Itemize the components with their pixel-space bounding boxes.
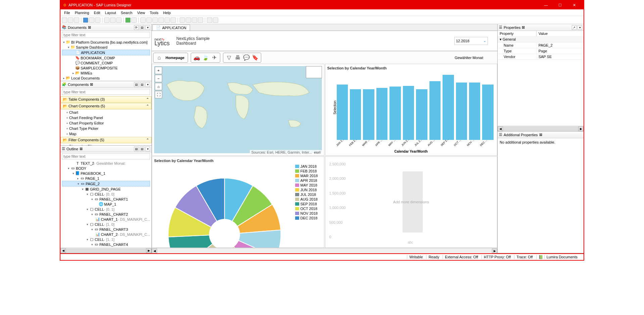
zoom-in-button[interactable]: + <box>155 67 162 74</box>
tree-item[interactable]: ▾▢CELL - [0, 1] <box>62 207 150 212</box>
legend-item[interactable]: SEP 2018 <box>295 202 322 206</box>
comment-icon[interactable]: 💬 <box>242 54 251 62</box>
bar[interactable] <box>469 83 480 140</box>
component-item[interactable]: ▫Chart Feeding Panel <box>60 115 151 120</box>
toolbar-button[interactable] <box>171 17 176 23</box>
toolbar-button[interactable] <box>186 17 191 23</box>
bar[interactable] <box>456 83 467 140</box>
bar[interactable] <box>429 81 441 140</box>
menu-tools[interactable]: Tools <box>147 10 161 15</box>
panel-action-icon[interactable]: ▾ <box>145 82 150 87</box>
components-tree[interactable]: 📂 Table Components (3)⌃📂 Chart Component… <box>60 96 151 145</box>
component-item[interactable]: ▫Dimension Filter <box>60 144 151 145</box>
property-value[interactable]: SAP SE <box>536 54 584 60</box>
filter-icon[interactable]: ▽ <box>225 54 233 62</box>
tree-item[interactable]: ▾▭BODY <box>62 166 150 171</box>
send-icon[interactable]: ✈ <box>210 54 219 62</box>
panel-action-icon[interactable]: ▾ <box>578 25 582 30</box>
toolbar-button[interactable] <box>95 17 100 23</box>
legend-item[interactable]: NOV 2018 <box>295 211 322 216</box>
toolbar-button[interactable] <box>89 17 94 23</box>
home-label[interactable]: Homepage <box>164 56 186 60</box>
toolbar-button[interactable] <box>125 17 131 23</box>
menu-help[interactable]: Help <box>161 10 173 15</box>
tree-item[interactable]: ▾▭PANEL_CHART2 <box>62 212 150 217</box>
tree-item[interactable]: ▾📁BI Platform Documents [bo.sap.nextlyti… <box>62 40 150 45</box>
tree-item[interactable]: ▾▭PANEL_CHART3 <box>62 227 150 232</box>
bar[interactable] <box>350 89 361 140</box>
toolbar-button[interactable] <box>74 17 79 23</box>
component-item[interactable]: ▫Chart Type Picker <box>60 126 151 131</box>
tree-item[interactable]: 📦SAMPLECOMPOSITE <box>62 65 150 70</box>
legend-item[interactable]: APR 2018 <box>295 178 322 183</box>
menu-planning[interactable]: Planning <box>73 10 92 15</box>
legend-item[interactable]: MAR 2018 <box>295 173 322 178</box>
toolbar-button[interactable] <box>131 17 137 23</box>
toolbar-button[interactable] <box>207 17 212 23</box>
tree-item[interactable]: ▸📂Local Documents <box>62 75 150 81</box>
outline-filter-input[interactable] <box>62 153 150 159</box>
close-button[interactable]: ✕ <box>567 1 581 9</box>
tree-item[interactable]: ▾▢CELL - [1, 0] <box>62 222 150 227</box>
components-filter-input[interactable] <box>62 89 150 95</box>
tree-item[interactable]: ▾▭PAGE_2 <box>62 181 150 187</box>
component-category[interactable]: 📂 Table Components (3)⌃ <box>60 96 151 103</box>
tree-item[interactable]: 📄APPLICATION <box>62 50 150 55</box>
component-item[interactable]: ▫Chart Property Editor <box>60 120 151 126</box>
property-value[interactable]: Page <box>536 48 584 54</box>
legend-item[interactable]: JAN 2018 <box>295 164 322 169</box>
tree-item[interactable]: ▾▢CELL - [0, 0] <box>62 192 150 197</box>
documents-tree[interactable]: ▾📁BI Platform Documents [bo.sap.nextlyti… <box>60 39 151 81</box>
tree-item[interactable]: ▾📘PAGEBOOK_1 <box>62 171 150 176</box>
tree-item[interactable]: ▾▢CELL - [1, 1] <box>62 237 150 242</box>
toolbar-button[interactable] <box>146 17 152 23</box>
panel-action-icon[interactable]: ▤ <box>140 82 144 87</box>
legend-item[interactable]: MAY 2018 <box>295 183 322 188</box>
panel-action-icon[interactable]: ↗ <box>572 25 577 30</box>
bar[interactable] <box>416 89 427 140</box>
toolbar-button[interactable] <box>158 17 164 23</box>
month-dropdown[interactable]: 12.2018 ⌄ <box>454 37 488 45</box>
print-icon[interactable]: 🖶 <box>233 54 242 62</box>
tree-item[interactable]: ▾▦GRID_2ND_PAGE <box>62 187 150 192</box>
tree-item[interactable]: 🌐MAP_1 <box>62 202 150 207</box>
panel-action-icon[interactable]: ▤ <box>134 147 139 151</box>
zoom-out-button[interactable]: − <box>155 75 162 82</box>
editor-tab[interactable]: 📄 APPLICATION <box>152 24 190 31</box>
toolbar-button[interactable] <box>104 17 109 23</box>
tree-item[interactable]: 💬COMMENT_COMP <box>62 60 150 65</box>
home-icon[interactable]: ⌂ <box>155 54 164 62</box>
legend-item[interactable]: JUL 2018 <box>295 192 322 197</box>
panel-action-icon[interactable]: ▤ <box>140 25 144 30</box>
canvas-scrollbar[interactable]: ◀▶ <box>152 248 497 253</box>
toolbar-button[interactable] <box>192 17 197 23</box>
component-category[interactable]: 📂 Filter Components (5)⌃ <box>60 137 151 143</box>
toolbar-button[interactable] <box>152 17 158 23</box>
tree-item[interactable]: ▸📂MIMEs <box>62 70 150 75</box>
zoom-fit-button[interactable]: ⛶ <box>155 91 162 98</box>
bar[interactable] <box>337 85 348 140</box>
tree-item[interactable]: 🔖BOOKMARK_COMP <box>62 55 150 60</box>
maximize-button[interactable]: ☐ <box>553 1 567 9</box>
menu-search[interactable]: Search <box>119 10 135 15</box>
menu-layout[interactable]: Layout <box>103 10 119 15</box>
bar[interactable] <box>363 89 374 140</box>
tree-item[interactable]: 📊CHART_1 - DS_MAINKPI_C... <box>62 217 150 222</box>
bar[interactable] <box>482 85 493 140</box>
world-map[interactable] <box>154 66 322 153</box>
legend-item[interactable]: FEB 2018 <box>295 169 322 173</box>
toolbar-button[interactable] <box>68 17 73 23</box>
toolbar-button[interactable] <box>198 17 203 23</box>
toolbar-button[interactable] <box>165 17 170 23</box>
car-icon[interactable]: 🚗 <box>192 54 201 62</box>
panel-action-icon[interactable]: ▾ <box>145 147 150 151</box>
component-category[interactable]: 📂 Chart Components (5)⌃ <box>60 103 151 109</box>
menu-edit[interactable]: Edit <box>92 10 103 15</box>
bar[interactable] <box>389 87 401 140</box>
legend-item[interactable]: AUG 2018 <box>295 197 322 202</box>
toolbar-button[interactable] <box>213 17 218 23</box>
property-group[interactable]: ▾ General <box>498 37 584 43</box>
panel-action-icon[interactable]: ⟳ <box>134 25 139 30</box>
bar[interactable] <box>403 86 414 140</box>
menu-view[interactable]: View <box>135 10 147 15</box>
